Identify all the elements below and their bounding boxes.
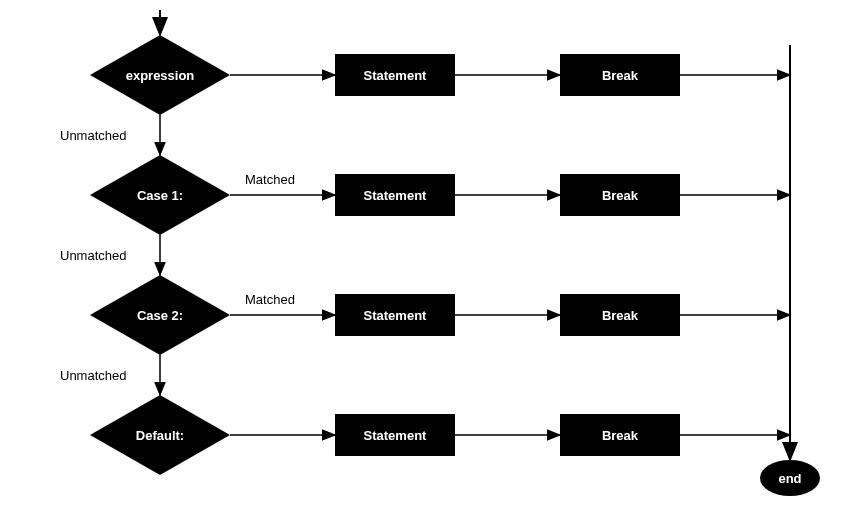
- decision-case1-label: Case 1:: [137, 188, 183, 203]
- decision-case2-label: Case 2:: [137, 308, 183, 323]
- decision-expression: expression: [90, 35, 230, 115]
- break-label-2: Break: [602, 308, 638, 323]
- decision-default: Default:: [90, 395, 230, 475]
- unmatched-label-1: Unmatched: [60, 248, 126, 263]
- statement-box-0: Statement: [335, 54, 455, 96]
- matched-label-2: Matched: [245, 292, 295, 307]
- statement-box-3: Statement: [335, 414, 455, 456]
- statement-box-1: Statement: [335, 174, 455, 216]
- statement-label-2: Statement: [364, 308, 427, 323]
- statement-box-2: Statement: [335, 294, 455, 336]
- decision-case2: Case 2:: [90, 275, 230, 355]
- break-label-0: Break: [602, 68, 638, 83]
- statement-label-0: Statement: [364, 68, 427, 83]
- end-label: end: [778, 471, 801, 486]
- break-box-0: Break: [560, 54, 680, 96]
- statement-label-3: Statement: [364, 428, 427, 443]
- break-label-3: Break: [602, 428, 638, 443]
- break-label-1: Break: [602, 188, 638, 203]
- matched-label-1: Matched: [245, 172, 295, 187]
- decision-case1: Case 1:: [90, 155, 230, 235]
- end-node: end: [760, 460, 820, 496]
- decision-default-label: Default:: [136, 428, 184, 443]
- break-box-2: Break: [560, 294, 680, 336]
- unmatched-label-0: Unmatched: [60, 128, 126, 143]
- break-box-3: Break: [560, 414, 680, 456]
- unmatched-label-2: Unmatched: [60, 368, 126, 383]
- break-box-1: Break: [560, 174, 680, 216]
- decision-expression-label: expression: [126, 68, 195, 83]
- statement-label-1: Statement: [364, 188, 427, 203]
